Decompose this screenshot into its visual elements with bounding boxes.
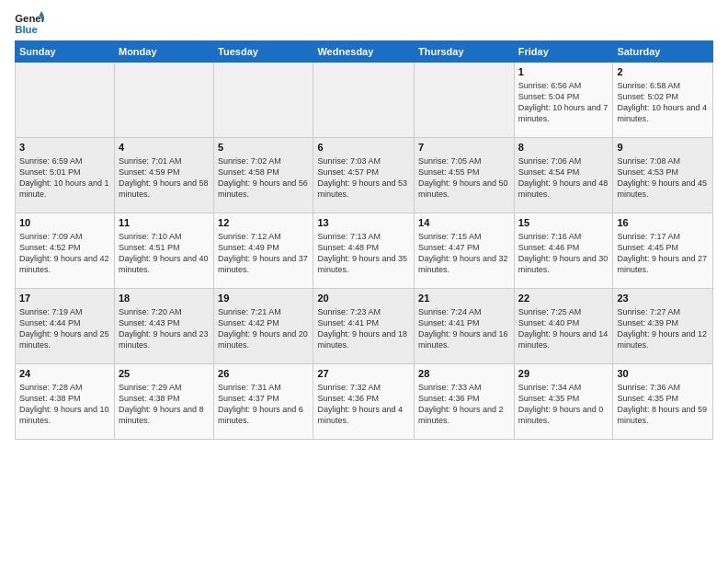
calendar-week-1: 3Sunrise: 6:59 AM Sunset: 5:01 PM Daylig…: [16, 138, 713, 213]
day-info: Sunrise: 7:25 AM Sunset: 4:40 PM Dayligh…: [518, 307, 609, 350]
day-number: 24: [19, 367, 110, 381]
svg-text:Blue: Blue: [15, 24, 38, 35]
calendar-cell: 17Sunrise: 7:19 AM Sunset: 4:44 PM Dayli…: [16, 289, 115, 364]
calendar-cell: 27Sunrise: 7:32 AM Sunset: 4:36 PM Dayli…: [313, 364, 415, 440]
calendar-table: SundayMondayTuesdayWednesdayThursdayFrid…: [15, 40, 713, 440]
page-container: General Blue SundayMondayTuesdayWednesda…: [0, 0, 728, 447]
header-friday: Friday: [514, 41, 613, 63]
day-info: Sunrise: 7:12 AM Sunset: 4:49 PM Dayligh…: [218, 232, 308, 274]
calendar-week-3: 17Sunrise: 7:19 AM Sunset: 4:44 PM Dayli…: [16, 289, 713, 364]
day-number: 4: [119, 141, 210, 155]
day-number: 15: [518, 216, 609, 230]
day-number: 23: [617, 292, 709, 305]
calendar-cell: 28Sunrise: 7:33 AM Sunset: 4:36 PM Dayli…: [415, 364, 515, 440]
day-info: Sunrise: 6:59 AM Sunset: 5:01 PM Dayligh…: [19, 156, 109, 199]
day-info: Sunrise: 7:15 AM Sunset: 4:47 PM Dayligh…: [418, 232, 508, 274]
day-info: Sunrise: 7:08 AM Sunset: 4:53 PM Dayligh…: [617, 156, 707, 199]
logo-icon: General Blue: [15, 11, 44, 37]
calendar-cell: 3Sunrise: 6:59 AM Sunset: 5:01 PM Daylig…: [16, 138, 115, 213]
day-info: Sunrise: 6:58 AM Sunset: 5:02 PM Dayligh…: [617, 81, 707, 123]
calendar-cell: [16, 63, 115, 138]
day-number: 9: [617, 141, 709, 155]
day-info: Sunrise: 7:27 AM Sunset: 4:39 PM Dayligh…: [617, 307, 707, 350]
header-sunday: Sunday: [16, 41, 115, 63]
calendar-cell: 21Sunrise: 7:24 AM Sunset: 4:41 PM Dayli…: [415, 289, 515, 364]
calendar-week-2: 10Sunrise: 7:09 AM Sunset: 4:52 PM Dayli…: [16, 213, 713, 289]
calendar-cell: 30Sunrise: 7:36 AM Sunset: 4:35 PM Dayli…: [613, 364, 713, 440]
day-info: Sunrise: 7:16 AM Sunset: 4:46 PM Dayligh…: [518, 232, 609, 274]
day-info: Sunrise: 7:24 AM Sunset: 4:41 PM Dayligh…: [418, 307, 508, 350]
header: General Blue: [15, 11, 713, 37]
day-info: Sunrise: 7:33 AM Sunset: 4:36 PM Dayligh…: [418, 383, 504, 425]
header-monday: Monday: [114, 41, 213, 63]
day-info: Sunrise: 7:13 AM Sunset: 4:48 PM Dayligh…: [317, 232, 407, 274]
calendar-cell: 9Sunrise: 7:08 AM Sunset: 4:53 PM Daylig…: [613, 138, 713, 213]
day-info: Sunrise: 7:19 AM Sunset: 4:44 PM Dayligh…: [19, 307, 109, 350]
day-number: 25: [119, 367, 210, 381]
day-number: 3: [19, 141, 110, 155]
day-number: 11: [119, 216, 210, 230]
day-info: Sunrise: 7:10 AM Sunset: 4:51 PM Dayligh…: [119, 232, 209, 274]
day-number: 22: [518, 292, 609, 305]
day-number: 21: [418, 292, 510, 305]
day-number: 6: [317, 141, 410, 155]
day-number: 19: [218, 292, 309, 305]
day-number: 28: [418, 367, 510, 381]
day-info: Sunrise: 7:34 AM Sunset: 4:35 PM Dayligh…: [518, 383, 604, 425]
day-number: 14: [418, 216, 510, 230]
day-info: Sunrise: 7:21 AM Sunset: 4:42 PM Dayligh…: [218, 307, 308, 350]
day-number: 18: [119, 292, 210, 305]
day-info: Sunrise: 7:28 AM Sunset: 4:38 PM Dayligh…: [19, 383, 109, 425]
day-info: Sunrise: 7:09 AM Sunset: 4:52 PM Dayligh…: [19, 232, 109, 274]
day-info: Sunrise: 7:06 AM Sunset: 4:54 PM Dayligh…: [518, 156, 609, 199]
calendar-cell: 12Sunrise: 7:12 AM Sunset: 4:49 PM Dayli…: [214, 213, 313, 289]
day-number: 27: [317, 367, 410, 381]
calendar-cell: 20Sunrise: 7:23 AM Sunset: 4:41 PM Dayli…: [313, 289, 415, 364]
calendar-cell: 19Sunrise: 7:21 AM Sunset: 4:42 PM Dayli…: [214, 289, 313, 364]
calendar-cell: [214, 63, 313, 138]
day-info: Sunrise: 7:02 AM Sunset: 4:58 PM Dayligh…: [218, 156, 308, 199]
day-number: 1: [518, 65, 609, 79]
calendar-header-row: SundayMondayTuesdayWednesdayThursdayFrid…: [16, 41, 713, 63]
calendar-cell: 22Sunrise: 7:25 AM Sunset: 4:40 PM Dayli…: [514, 289, 613, 364]
header-tuesday: Tuesday: [214, 41, 313, 63]
calendar-cell: 15Sunrise: 7:16 AM Sunset: 4:46 PM Dayli…: [514, 213, 613, 289]
day-number: 13: [317, 216, 410, 230]
calendar-cell: 16Sunrise: 7:17 AM Sunset: 4:45 PM Dayli…: [613, 213, 713, 289]
calendar-cell: 4Sunrise: 7:01 AM Sunset: 4:59 PM Daylig…: [114, 138, 213, 213]
day-info: Sunrise: 7:23 AM Sunset: 4:41 PM Dayligh…: [317, 307, 407, 350]
calendar-cell: 10Sunrise: 7:09 AM Sunset: 4:52 PM Dayli…: [16, 213, 115, 289]
day-info: Sunrise: 7:29 AM Sunset: 4:38 PM Dayligh…: [119, 383, 204, 425]
calendar-cell: 29Sunrise: 7:34 AM Sunset: 4:35 PM Dayli…: [514, 364, 613, 440]
calendar-cell: 6Sunrise: 7:03 AM Sunset: 4:57 PM Daylig…: [313, 138, 415, 213]
calendar-cell: 7Sunrise: 7:05 AM Sunset: 4:55 PM Daylig…: [415, 138, 515, 213]
day-number: 7: [418, 141, 510, 155]
day-info: Sunrise: 7:31 AM Sunset: 4:37 PM Dayligh…: [218, 383, 303, 425]
calendar-cell: 2Sunrise: 6:58 AM Sunset: 5:02 PM Daylig…: [613, 63, 713, 138]
day-number: 29: [518, 367, 609, 381]
calendar-cell: 1Sunrise: 6:56 AM Sunset: 5:04 PM Daylig…: [514, 63, 613, 138]
calendar-cell: 18Sunrise: 7:20 AM Sunset: 4:43 PM Dayli…: [114, 289, 213, 364]
calendar-cell: 8Sunrise: 7:06 AM Sunset: 4:54 PM Daylig…: [514, 138, 613, 213]
day-number: 17: [19, 292, 110, 305]
calendar-cell: 11Sunrise: 7:10 AM Sunset: 4:51 PM Dayli…: [114, 213, 213, 289]
day-number: 12: [218, 216, 309, 230]
calendar-cell: 23Sunrise: 7:27 AM Sunset: 4:39 PM Dayli…: [613, 289, 713, 364]
calendar-cell: 24Sunrise: 7:28 AM Sunset: 4:38 PM Dayli…: [16, 364, 115, 440]
day-info: Sunrise: 7:20 AM Sunset: 4:43 PM Dayligh…: [119, 307, 209, 350]
calendar-cell: 26Sunrise: 7:31 AM Sunset: 4:37 PM Dayli…: [214, 364, 313, 440]
day-info: Sunrise: 7:03 AM Sunset: 4:57 PM Dayligh…: [317, 156, 407, 199]
day-number: 10: [19, 216, 110, 230]
header-wednesday: Wednesday: [313, 41, 415, 63]
calendar-week-0: 1Sunrise: 6:56 AM Sunset: 5:04 PM Daylig…: [16, 63, 713, 138]
calendar-cell: [313, 63, 415, 138]
header-saturday: Saturday: [613, 41, 713, 63]
day-number: 2: [617, 65, 709, 79]
calendar-week-4: 24Sunrise: 7:28 AM Sunset: 4:38 PM Dayli…: [16, 364, 713, 440]
day-info: Sunrise: 7:05 AM Sunset: 4:55 PM Dayligh…: [418, 156, 508, 199]
calendar-cell: [415, 63, 515, 138]
day-info: Sunrise: 6:56 AM Sunset: 5:04 PM Dayligh…: [518, 81, 609, 123]
logo: General Blue: [15, 11, 48, 37]
header-thursday: Thursday: [415, 41, 515, 63]
day-number: 16: [617, 216, 709, 230]
